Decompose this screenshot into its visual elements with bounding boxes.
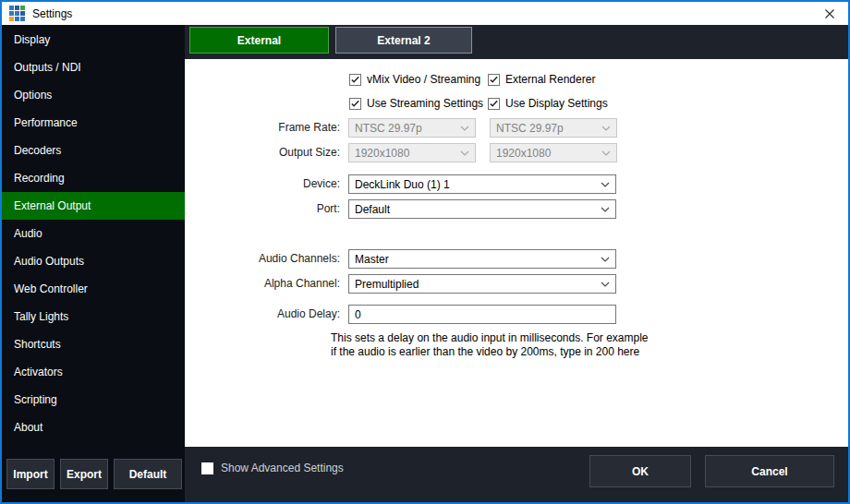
checkmark-icon bbox=[489, 75, 499, 85]
frame-rate-select-1[interactable]: NTSC 29.97p bbox=[348, 118, 476, 138]
audio-delay-input[interactable] bbox=[348, 305, 616, 324]
checkmark-icon bbox=[489, 99, 499, 109]
checkmark-icon bbox=[350, 99, 360, 109]
audio-delay-help-text: This sets a delay on the audio input in … bbox=[331, 331, 652, 359]
sidebar-item-audio-outputs[interactable]: Audio Outputs bbox=[2, 247, 185, 275]
sidebar-item-activators[interactable]: Activators bbox=[2, 358, 185, 386]
sidebar-item-options[interactable]: Options bbox=[2, 81, 185, 109]
chevron-down-icon bbox=[601, 282, 610, 287]
checkbox-box bbox=[201, 462, 213, 474]
footer-bar: Show Advanced Settings OK Cancel bbox=[185, 447, 848, 502]
close-icon bbox=[824, 8, 835, 19]
select-value: 1920x1080 bbox=[496, 147, 551, 160]
sidebar-item-scripting[interactable]: Scripting bbox=[2, 386, 185, 414]
main-panel: External External 2 vMix Video / Streami… bbox=[185, 25, 848, 502]
checkbox-label: Show Advanced Settings bbox=[221, 462, 344, 474]
audio-delay-label: Audio Delay: bbox=[185, 305, 340, 324]
select-value: DeckLink Duo (1) 1 bbox=[355, 178, 450, 191]
chevron-down-icon bbox=[460, 150, 469, 156]
tab-external[interactable]: External bbox=[189, 27, 329, 54]
sidebar-item-web-controller[interactable]: Web Controller bbox=[2, 275, 185, 303]
default-button[interactable]: Default bbox=[114, 459, 182, 489]
audio-channels-select[interactable]: Master bbox=[348, 249, 616, 269]
sidebar: Display Outputs / NDI Options Performanc… bbox=[2, 25, 185, 502]
cancel-button[interactable]: Cancel bbox=[705, 455, 834, 487]
chevron-down-icon bbox=[601, 257, 610, 262]
port-select[interactable]: Default bbox=[348, 199, 616, 219]
select-value: Premultiplied bbox=[355, 278, 419, 291]
port-label: Port: bbox=[185, 199, 340, 219]
output-size-label: Output Size: bbox=[185, 143, 340, 162]
sidebar-item-external-output[interactable]: External Output bbox=[2, 192, 185, 220]
device-label: Device: bbox=[185, 174, 340, 194]
audio-channels-label: Audio Channels: bbox=[185, 249, 340, 269]
show-advanced-settings-checkbox[interactable]: Show Advanced Settings bbox=[201, 462, 344, 474]
external-output-form: vMix Video / Streaming External Renderer… bbox=[185, 59, 848, 447]
tabstrip: External External 2 bbox=[185, 25, 848, 59]
checkbox-label: Use Display Settings bbox=[505, 97, 608, 110]
sidebar-item-recording[interactable]: Recording bbox=[2, 164, 185, 192]
device-select[interactable]: DeckLink Duo (1) 1 bbox=[348, 174, 616, 194]
checkbox-label: External Renderer bbox=[505, 73, 595, 86]
checkbox-box bbox=[488, 74, 500, 86]
output-size-select-1[interactable]: 1920x1080 bbox=[348, 143, 476, 162]
titlebar: Settings bbox=[2, 2, 848, 25]
checkbox-use-streaming-settings[interactable]: Use Streaming Settings bbox=[349, 97, 483, 110]
select-value: NTSC 29.97p bbox=[496, 122, 564, 135]
checkbox-box bbox=[488, 98, 500, 110]
sidebar-item-about[interactable]: About bbox=[2, 414, 185, 441]
checkmark-icon bbox=[350, 75, 360, 85]
sidebar-item-audio[interactable]: Audio bbox=[2, 220, 185, 247]
checkbox-label: Use Streaming Settings bbox=[367, 97, 483, 110]
tab-external-2[interactable]: External 2 bbox=[335, 27, 472, 54]
close-button[interactable] bbox=[817, 4, 843, 24]
frame-rate-label: Frame Rate: bbox=[185, 118, 340, 138]
checkbox-box bbox=[349, 74, 361, 86]
sidebar-item-shortcuts[interactable]: Shortcuts bbox=[2, 330, 185, 358]
checkbox-box bbox=[349, 98, 361, 110]
sidebar-item-tally-lights[interactable]: Tally Lights bbox=[2, 303, 185, 330]
select-value: Default bbox=[355, 203, 390, 216]
alpha-channel-label: Alpha Channel: bbox=[185, 274, 340, 294]
vmix-logo-icon bbox=[9, 6, 25, 21]
output-size-select-2[interactable]: 1920x1080 bbox=[490, 143, 617, 162]
checkbox-label: vMix Video / Streaming bbox=[367, 73, 480, 86]
chevron-down-icon bbox=[460, 126, 469, 131]
window-title: Settings bbox=[32, 7, 72, 20]
checkbox-use-display-settings[interactable]: Use Display Settings bbox=[488, 97, 608, 110]
sidebar-item-decoders[interactable]: Decoders bbox=[2, 137, 185, 164]
export-button[interactable]: Export bbox=[60, 459, 108, 489]
settings-window: Settings Display Outputs / NDI Options P… bbox=[0, 0, 850, 504]
checkbox-external-renderer[interactable]: External Renderer bbox=[488, 73, 595, 86]
sidebar-item-performance[interactable]: Performance bbox=[2, 109, 185, 137]
chevron-down-icon bbox=[601, 150, 611, 156]
frame-rate-select-2[interactable]: NTSC 29.97p bbox=[490, 118, 617, 138]
select-value: 1920x1080 bbox=[355, 147, 409, 160]
chevron-down-icon bbox=[601, 182, 610, 187]
sidebar-item-display[interactable]: Display bbox=[2, 26, 185, 54]
sidebar-item-outputs-ndi[interactable]: Outputs / NDI bbox=[2, 54, 185, 81]
ok-button[interactable]: OK bbox=[589, 455, 691, 487]
select-value: NTSC 29.97p bbox=[355, 122, 422, 135]
alpha-channel-select[interactable]: Premultiplied bbox=[348, 274, 616, 294]
chevron-down-icon bbox=[601, 126, 611, 131]
import-button[interactable]: Import bbox=[6, 459, 55, 489]
select-value: Master bbox=[355, 253, 389, 266]
chevron-down-icon bbox=[601, 207, 610, 212]
checkbox-vmix-video-streaming[interactable]: vMix Video / Streaming bbox=[349, 73, 480, 86]
